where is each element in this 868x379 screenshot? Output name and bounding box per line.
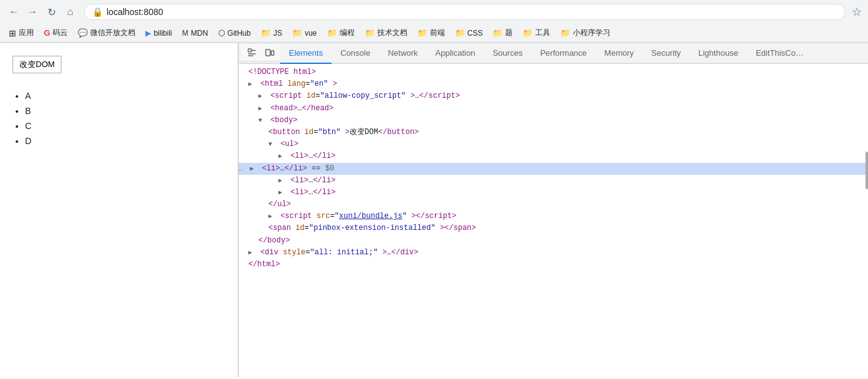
doctype-line: <!DOCTYPE html> — [239, 66, 868, 78]
svg-rect-4 — [266, 49, 270, 56]
secure-icon: 🔒 — [92, 7, 103, 17]
title-bar: ← → ↻ ⌂ 🔒 localhost:8080 ☆ — [0, 0, 868, 24]
body-open-line: ▼ <body> — [239, 115, 868, 127]
html-arrow[interactable]: ▶ — [248, 80, 256, 90]
bilibili-icon: ▶ — [145, 29, 151, 38]
folder-problem-icon: 📁 — [493, 28, 503, 38]
folder-css-icon: 📁 — [455, 28, 465, 38]
bookmark-frontend[interactable]: 📁 前端 — [414, 26, 449, 40]
folder-programming-icon: 📁 — [327, 28, 337, 38]
tab-console[interactable]: Console — [332, 43, 379, 64]
script-arrow[interactable]: ▶ — [258, 91, 266, 101]
change-dom-button[interactable]: 改变DOM — [13, 56, 61, 73]
list-item-a: A — [25, 91, 225, 101]
head-arrow[interactable]: ▶ — [258, 104, 266, 114]
forward-button[interactable]: → — [25, 4, 40, 19]
li-line-4: ▶ <li>…</li> — [239, 187, 868, 199]
device-toolbar-button[interactable] — [263, 46, 276, 60]
tab-sources[interactable]: Sources — [484, 43, 531, 64]
div-arrow[interactable]: ▶ — [248, 248, 256, 258]
refresh-button[interactable]: ↻ — [44, 4, 59, 19]
li-line-3: ▶ <li>…</li> — [239, 175, 868, 187]
html-open-line: ▶ <html lang="en" > — [239, 78, 868, 90]
body-arrow[interactable]: ▼ — [258, 116, 266, 126]
ul-close-line: </ul> — [239, 199, 868, 210]
html-close-line: </html> — [239, 259, 868, 271]
page-list: A B C D — [25, 91, 225, 146]
button-line: <button id="btn" >改变DOM</button> — [239, 127, 868, 138]
bookmark-tools[interactable]: 📁 工具 — [519, 26, 554, 40]
bookmark-miniprogram[interactable]: 📁 小程序学习 — [557, 26, 614, 40]
list-item-c: C — [25, 121, 225, 131]
script-bundle-line: ▶ <script src="xuni/bundle.js" ></script… — [239, 210, 868, 222]
script-allow-copy-line: ▶ <script id="allow-copy_script" >…</scr… — [239, 90, 868, 102]
folder-tools-icon: 📁 — [523, 28, 533, 38]
address-bar[interactable]: 🔒 localhost:8080 — [84, 4, 845, 20]
bookmark-github[interactable]: ⬡ GitHub — [214, 26, 254, 39]
tab-memory[interactable]: Memory — [595, 43, 642, 64]
folder-vue-icon: 📁 — [292, 28, 302, 38]
list-item-b: B — [25, 106, 225, 116]
li3-arrow[interactable]: ▶ — [278, 176, 286, 186]
folder-js-icon: 📁 — [261, 28, 271, 38]
ul-arrow[interactable]: ▼ — [268, 140, 276, 150]
script-bundle-arrow[interactable]: ▶ — [268, 212, 276, 222]
bookmark-css[interactable]: 📁 CSS — [451, 26, 487, 39]
body-close-line: </body> — [239, 235, 868, 247]
tab-elements[interactable]: Elements — [280, 43, 332, 64]
head-line: ▶ <head>…</head> — [239, 103, 868, 115]
li4-arrow[interactable]: ▶ — [278, 188, 286, 198]
apps-icon: ⊞ — [9, 28, 16, 38]
back-button[interactable]: ← — [6, 4, 21, 19]
browser-chrome: ← → ↻ ⌂ 🔒 localhost:8080 ☆ ⊞ 应用 G 码云 💬 微… — [0, 0, 868, 43]
mdn-icon: M — [182, 29, 188, 38]
wechat-icon: 💬 — [78, 28, 88, 38]
bookmark-mdn[interactable]: M MDN — [178, 27, 211, 39]
devtools-wrapper: <!DOCTYPE html> ▶ <html lang="en" > ▶ <s… — [239, 64, 868, 377]
dots-menu: … — [239, 164, 243, 175]
tab-lighthouse[interactable]: Lighthouse — [689, 43, 747, 64]
elements-content[interactable]: <!DOCTYPE html> ▶ <html lang="en" > ▶ <s… — [239, 64, 868, 377]
tab-security[interactable]: Security — [642, 43, 689, 64]
bookmark-star[interactable]: ☆ — [852, 5, 862, 19]
li-line-1: ▶ <li>…</li> — [239, 150, 868, 162]
list-item-d: D — [25, 136, 225, 146]
bookmark-programming[interactable]: 📁 编程 — [323, 26, 358, 40]
svg-rect-0 — [248, 49, 251, 52]
bookmark-apps[interactable]: ⊞ 应用 — [5, 26, 38, 40]
bundle-link[interactable]: xuni/bundle.js — [339, 212, 402, 221]
tab-application[interactable]: Application — [427, 43, 484, 64]
bookmark-bilibili[interactable]: ▶ bilibili — [142, 27, 175, 39]
tab-editthisco[interactable]: EditThisCo… — [747, 43, 813, 64]
folder-miniprogram-icon: 📁 — [560, 28, 570, 38]
svg-rect-5 — [271, 51, 274, 55]
devtools-tabs: Elements Console Network Application Sou… — [239, 43, 868, 64]
bookmark-wechat[interactable]: 💬 微信开放文档 — [74, 26, 139, 40]
div-all-initial-line: ▶ <div style="all: initial;" >…</div> — [239, 247, 868, 259]
folder-frontend-icon: 📁 — [417, 28, 427, 38]
github-icon: ⬡ — [218, 28, 225, 38]
bookmark-muyun[interactable]: G 码云 — [40, 26, 71, 40]
home-button[interactable]: ⌂ — [63, 4, 78, 19]
tab-performance[interactable]: Performance — [531, 43, 595, 64]
inspect-element-button[interactable] — [245, 46, 259, 60]
bookmarks-bar: ⊞ 应用 G 码云 💬 微信开放文档 ▶ bilibili M MDN ⬡ Gi… — [0, 24, 868, 43]
folder-techdoc-icon: 📁 — [365, 28, 375, 38]
tab-network[interactable]: Network — [379, 43, 427, 64]
scrollbar-indicator[interactable] — [865, 152, 868, 189]
devtools-panel: Elements Console Network Application Sou… — [238, 43, 868, 377]
bookmark-vue[interactable]: 📁 vue — [288, 26, 320, 39]
ul-open-line: ▼ <ul> — [239, 138, 868, 150]
muyun-icon: G — [44, 28, 50, 38]
nav-buttons: ← → ↻ ⌂ — [6, 4, 78, 19]
li-line-2-selected: … ▶ <li>…</li> == $0 — [239, 163, 868, 175]
bookmark-js[interactable]: 📁 JS — [257, 26, 286, 39]
li2-arrow[interactable]: ▶ — [250, 164, 258, 174]
bookmark-techdoc[interactable]: 📁 技术文档 — [361, 26, 411, 40]
main-layout: 改变DOM A B C D — [0, 43, 868, 377]
address-url: localhost:8080 — [107, 7, 163, 17]
bookmark-problem[interactable]: 📁 题 — [489, 26, 516, 40]
li1-arrow[interactable]: ▶ — [278, 152, 286, 162]
page-content: 改变DOM A B C D — [0, 43, 238, 377]
span-pinbox-line: <span id="pinbox-extension-installed" ><… — [239, 222, 868, 234]
